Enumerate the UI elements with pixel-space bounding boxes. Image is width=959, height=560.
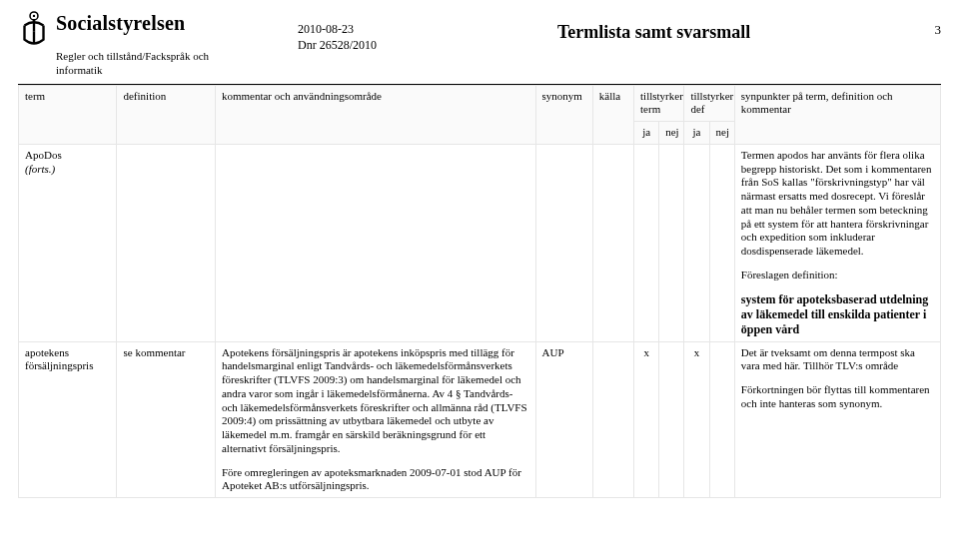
svg-point-1 (33, 15, 35, 17)
cell-term-nej (659, 341, 684, 498)
cell-def-ja: x (684, 341, 709, 498)
term-value: ApoDos (25, 149, 62, 161)
synpunkter-p1: Det är tveksamt om denna termpost ska va… (741, 346, 934, 374)
cell-kommentar: Apotekens försäljningspris är apotekens … (215, 341, 535, 498)
col-term: term (19, 85, 117, 144)
col-synpunkter: synpunkter på term, definition och komme… (734, 85, 940, 144)
cell-definition (117, 144, 215, 341)
cell-def-nej (709, 341, 734, 498)
socialstyrelsen-logo-icon (18, 8, 50, 48)
cell-term-nej (659, 144, 684, 341)
document-date: 2010-08-23 (298, 22, 517, 38)
synpunkter-p1: Termen apodos har använts för flera olik… (741, 149, 934, 259)
cell-synpunkter: Termen apodos har använts för flera olik… (734, 144, 940, 341)
brand-name: Socialstyrelsen (56, 8, 185, 35)
cell-term: apotekens försäljningspris (19, 341, 117, 498)
col-kommentar: kommentar och användningsområde (215, 85, 535, 144)
col-term-nej: nej (659, 122, 684, 145)
synpunkter-p2-label: Föreslagen definition: (741, 269, 934, 282)
col-def-ja: ja (684, 122, 709, 145)
cell-synpunkter: Det är tveksamt om denna termpost ska va… (734, 341, 940, 498)
col-kalla: källa (592, 85, 633, 144)
cell-synonym: AUP (535, 341, 592, 498)
cell-term-ja (634, 144, 659, 341)
document-header: Socialstyrelsen Regler och tillstånd/Fac… (18, 8, 941, 78)
term-note: (forts.) (25, 163, 55, 175)
col-def-nej: nej (709, 122, 734, 145)
cell-def-nej (709, 144, 734, 341)
subunit-name: Regler och tillstånd/Fackspråk och infor… (56, 50, 256, 78)
synpunkter-proposed-def: system för apoteksbaserad utdelning av l… (741, 292, 934, 337)
document-title: Termlista samt svarsmall (557, 22, 911, 43)
col-synonym: synonym (535, 85, 592, 144)
kommentar-p2: Före omregleringen av apoteksmarknaden 2… (222, 466, 529, 494)
col-definition: definition (117, 85, 215, 144)
synpunkter-p2: Förkortningen bör flyttas till kommentar… (741, 383, 934, 411)
col-tillstyrker-def: tillstyrker def (684, 85, 734, 122)
cell-term-ja: x (634, 341, 659, 498)
document-meta: 2010-08-23 Dnr 26528/2010 (298, 8, 517, 53)
document-diary-number: Dnr 26528/2010 (298, 38, 517, 54)
kommentar-p1: Apotekens försäljningspris är apotekens … (222, 346, 529, 456)
col-term-ja: ja (634, 122, 659, 145)
cell-synonym (535, 144, 592, 341)
cell-def-ja (684, 144, 709, 341)
cell-kommentar (215, 144, 535, 341)
table-row: apotekens försäljningspris se kommentar … (19, 341, 941, 498)
cell-definition: se kommentar (117, 341, 215, 498)
page-number: 3 (911, 8, 941, 38)
cell-kalla (592, 144, 633, 341)
cell-kalla (592, 341, 633, 498)
col-tillstyrker-term: tillstyrker term (634, 85, 684, 122)
table-row: ApoDos (forts.) Termen apodos har använt… (19, 144, 941, 341)
term-table: term definition kommentar och användning… (18, 85, 941, 499)
cell-term: ApoDos (forts.) (19, 144, 117, 341)
